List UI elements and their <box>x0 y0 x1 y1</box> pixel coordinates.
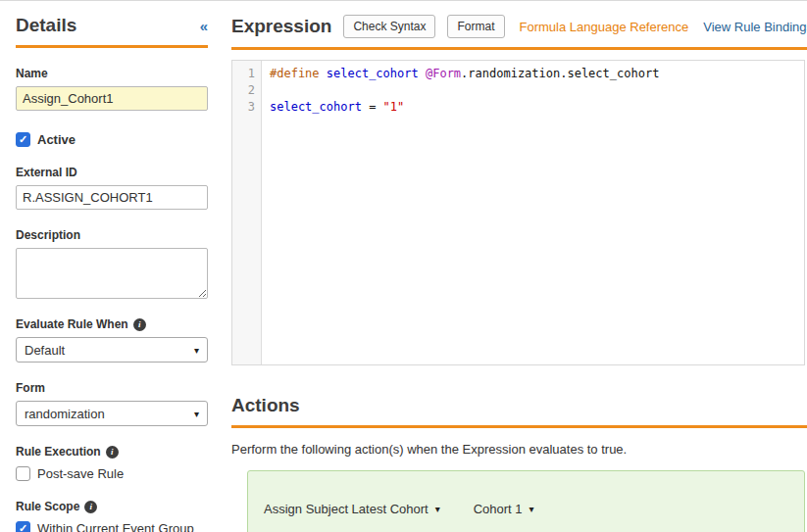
form-value: randomization <box>25 407 105 421</box>
post-save-rule-checkbox[interactable] <box>16 466 30 481</box>
description-textarea[interactable] <box>16 248 208 299</box>
active-checkbox[interactable]: ✓ <box>16 132 30 147</box>
name-input[interactable] <box>16 86 208 111</box>
post-save-rule-label: Post-save Rule <box>37 466 124 481</box>
form-label: Form <box>16 381 208 395</box>
external-id-input[interactable] <box>16 185 208 210</box>
form-select[interactable]: randomization ▾ <box>16 401 208 426</box>
expression-divider <box>231 47 807 50</box>
chevron-down-icon: ▾ <box>435 504 440 514</box>
info-icon[interactable]: i <box>106 446 119 459</box>
description-label: Description <box>16 228 208 242</box>
view-rule-bindings-link[interactable]: View Rule Bindings <box>703 20 807 34</box>
within-event-group-row: ✓ Within Current Event Group <box>16 521 208 532</box>
chevron-down-icon: ▾ <box>194 345 199 356</box>
within-event-group-checkbox[interactable]: ✓ <box>16 521 30 532</box>
cohort-value: Cohort 1 <box>474 502 523 516</box>
name-label: Name <box>16 67 208 80</box>
cohort-dropdown[interactable]: Cohort 1 ▾ <box>474 502 534 516</box>
form-field: Form randomization ▾ <box>16 381 208 426</box>
check-syntax-button[interactable]: Check Syntax <box>343 15 435 38</box>
action-type-value: Assign Subject Latest Cohort <box>264 502 429 516</box>
info-icon[interactable]: i <box>84 501 97 513</box>
expression-header: Expression Check Syntax Format Formula L… <box>231 15 807 38</box>
line-number-gutter: 123 <box>232 61 262 364</box>
main-area: Expression Check Syntax Format Formula L… <box>224 1 807 532</box>
details-title: Details <box>16 15 76 36</box>
external-id-label: External ID <box>16 166 208 179</box>
expression-code-editor[interactable]: 123 #define select_cohort @Form.randomiz… <box>231 60 805 365</box>
description-field: Description <box>16 228 208 299</box>
rule-scope-label: Rule Scope i <box>16 500 208 513</box>
evaluate-rule-when-select[interactable]: Default ▾ <box>16 337 208 363</box>
details-panel-header: Details « <box>16 15 208 36</box>
actions-divider <box>231 425 807 428</box>
actions-description: Perform the following action(s) when the… <box>231 442 807 457</box>
active-label: Active <box>37 132 76 147</box>
within-event-group-label: Within Current Event Group <box>37 521 194 532</box>
evaluate-rule-when-field: Evaluate Rule When i Default ▾ <box>16 317 208 363</box>
evaluate-rule-when-value: Default <box>25 343 65 358</box>
post-save-rule-row: Post-save Rule <box>16 466 208 481</box>
rule-execution-field: Rule Execution i Post-save Rule <box>16 445 208 481</box>
evaluate-rule-when-label: Evaluate Rule When i <box>16 317 208 331</box>
chevron-down-icon: ▾ <box>530 504 534 514</box>
details-divider <box>16 45 208 48</box>
rule-editor-page: Details « Name ✓ Active External ID Desc… <box>0 1 807 532</box>
details-panel: Details « Name ✓ Active External ID Desc… <box>0 1 224 532</box>
expression-title: Expression <box>231 16 331 37</box>
chevron-down-icon: ▾ <box>194 409 199 419</box>
action-type-dropdown[interactable]: Assign Subject Latest Cohort ▾ <box>264 502 440 516</box>
info-icon[interactable]: i <box>133 318 146 331</box>
actions-title: Actions <box>231 395 807 416</box>
rule-execution-label: Rule Execution i <box>16 445 208 459</box>
rule-scope-field: Rule Scope i ✓ Within Current Event Grou… <box>16 500 208 532</box>
active-row: ✓ Active <box>16 132 208 147</box>
name-field: Name <box>16 67 208 111</box>
code-content: #define select_cohort @Form.randomizatio… <box>262 61 804 364</box>
formula-language-reference-link[interactable]: Formula Language Reference <box>520 20 689 34</box>
action-box: Assign Subject Latest Cohort ▾ Cohort 1 … <box>247 470 805 532</box>
external-id-field: External ID <box>16 166 208 210</box>
collapse-panel-icon[interactable]: « <box>200 19 208 33</box>
format-button[interactable]: Format <box>447 15 504 38</box>
